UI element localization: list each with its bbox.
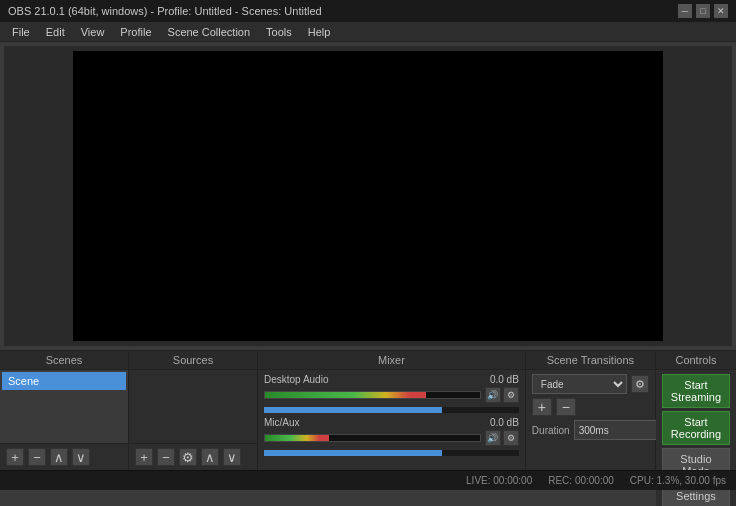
sources-header: Sources <box>129 351 257 370</box>
menu-scene-collection[interactable]: Scene Collection <box>160 24 259 40</box>
desktop-audio-bar-row: 🔊 ⚙ <box>264 387 519 403</box>
desktop-volume-bar <box>264 407 519 413</box>
controls-panel: Controls Start Streaming Start Recording… <box>656 351 736 470</box>
transitions-header: Scene Transitions <box>526 351 655 370</box>
mic-settings-button[interactable]: ⚙ <box>503 430 519 446</box>
controls-header: Controls <box>656 351 736 370</box>
transition-add-row: + − <box>532 398 649 416</box>
transition-settings-button[interactable]: ⚙ <box>631 375 649 393</box>
title-bar: OBS 21.0.1 (64bit, windows) - Profile: U… <box>0 0 736 22</box>
mic-aux-fill <box>265 435 329 441</box>
mixer-header: Mixer <box>258 351 525 370</box>
menu-help[interactable]: Help <box>300 24 339 40</box>
menu-file[interactable]: File <box>4 24 38 40</box>
cpu-status: CPU: 1.3%, 30.00 fps <box>630 475 726 486</box>
mic-aux-bar-row: 🔊 ⚙ <box>264 430 519 446</box>
move-scene-down-button[interactable]: ∨ <box>72 448 90 466</box>
source-settings-button[interactable]: ⚙ <box>179 448 197 466</box>
scenes-header: Scenes <box>0 351 128 370</box>
scene-list: Scene <box>0 370 128 443</box>
mic-aux-meter <box>264 434 481 442</box>
desktop-audio-meter <box>264 391 481 399</box>
menu-profile[interactable]: Profile <box>112 24 159 40</box>
panels-row: Scenes Scene + − ∧ ∨ Sources + − ⚙ ∧ ∨ <box>0 350 736 470</box>
desktop-audio-label-row: Desktop Audio 0.0 dB <box>264 374 519 385</box>
move-source-up-button[interactable]: ∧ <box>201 448 219 466</box>
duration-label: Duration <box>532 425 570 436</box>
preview-area <box>4 46 732 346</box>
maximize-button[interactable]: □ <box>696 4 710 18</box>
desktop-settings-button[interactable]: ⚙ <box>503 387 519 403</box>
desktop-audio-channel: Desktop Audio 0.0 dB 🔊 ⚙ <box>264 374 519 413</box>
duration-row: Duration ⇅ <box>532 420 649 440</box>
start-streaming-button[interactable]: Start Streaming <box>662 374 730 408</box>
scenes-panel: Scenes Scene + − ∧ ∨ <box>0 351 129 470</box>
desktop-audio-label: Desktop Audio <box>264 374 329 385</box>
mic-aux-icons: 🔊 ⚙ <box>485 430 519 446</box>
mic-volume-bar <box>264 450 519 456</box>
remove-source-button[interactable]: − <box>157 448 175 466</box>
live-status: LIVE: 00:00:00 <box>466 475 532 486</box>
menu-tools[interactable]: Tools <box>258 24 300 40</box>
bottom-panels: Scenes Scene + − ∧ ∨ Sources + − ⚙ ∧ ∨ <box>0 350 736 498</box>
transitions-content: Fade Cut Slide Swipe ⚙ + − Duration ⇅ <box>526 370 655 470</box>
menu-edit[interactable]: Edit <box>38 24 73 40</box>
add-transition-button[interactable]: + <box>532 398 552 416</box>
rec-status: REC: 00:00:00 <box>548 475 614 486</box>
desktop-audio-icons: 🔊 ⚙ <box>485 387 519 403</box>
status-bar: LIVE: 00:00:00 REC: 00:00:00 CPU: 1.3%, … <box>0 470 736 490</box>
window-controls: ─ □ ✕ <box>678 4 728 18</box>
move-scene-up-button[interactable]: ∧ <box>50 448 68 466</box>
sources-footer: + − ⚙ ∧ ∨ <box>129 443 257 470</box>
mic-aux-channel: Mic/Aux 0.0 dB 🔊 ⚙ <box>264 417 519 456</box>
mic-aux-db: 0.0 dB <box>490 417 519 428</box>
start-recording-button[interactable]: Start Recording <box>662 411 730 445</box>
move-source-down-button[interactable]: ∨ <box>223 448 241 466</box>
sources-list <box>129 370 257 443</box>
desktop-audio-fill <box>265 392 426 398</box>
remove-transition-button[interactable]: − <box>556 398 576 416</box>
title-text: OBS 21.0.1 (64bit, windows) - Profile: U… <box>8 5 322 17</box>
transition-type-select[interactable]: Fade Cut Slide Swipe <box>532 374 627 394</box>
mixer-content: Desktop Audio 0.0 dB 🔊 ⚙ <box>258 370 525 470</box>
preview-canvas <box>73 51 663 341</box>
scene-item[interactable]: Scene <box>2 372 126 390</box>
desktop-audio-db: 0.0 dB <box>490 374 519 385</box>
transitions-panel: Scene Transitions Fade Cut Slide Swipe ⚙… <box>526 351 656 470</box>
menu-bar: File Edit View Profile Scene Collection … <box>0 22 736 42</box>
add-source-button[interactable]: + <box>135 448 153 466</box>
mic-aux-label: Mic/Aux <box>264 417 300 428</box>
menu-view[interactable]: View <box>73 24 113 40</box>
desktop-mute-button[interactable]: 🔊 <box>485 387 501 403</box>
add-scene-button[interactable]: + <box>6 448 24 466</box>
scenes-footer: + − ∧ ∨ <box>0 443 128 470</box>
sources-panel: Sources + − ⚙ ∧ ∨ <box>129 351 258 470</box>
mic-aux-label-row: Mic/Aux 0.0 dB <box>264 417 519 428</box>
minimize-button[interactable]: ─ <box>678 4 692 18</box>
close-button[interactable]: ✕ <box>714 4 728 18</box>
remove-scene-button[interactable]: − <box>28 448 46 466</box>
transition-type-row: Fade Cut Slide Swipe ⚙ <box>532 374 649 394</box>
mixer-panel: Mixer Desktop Audio 0.0 dB 🔊 ⚙ <box>258 351 526 470</box>
mic-mute-button[interactable]: 🔊 <box>485 430 501 446</box>
